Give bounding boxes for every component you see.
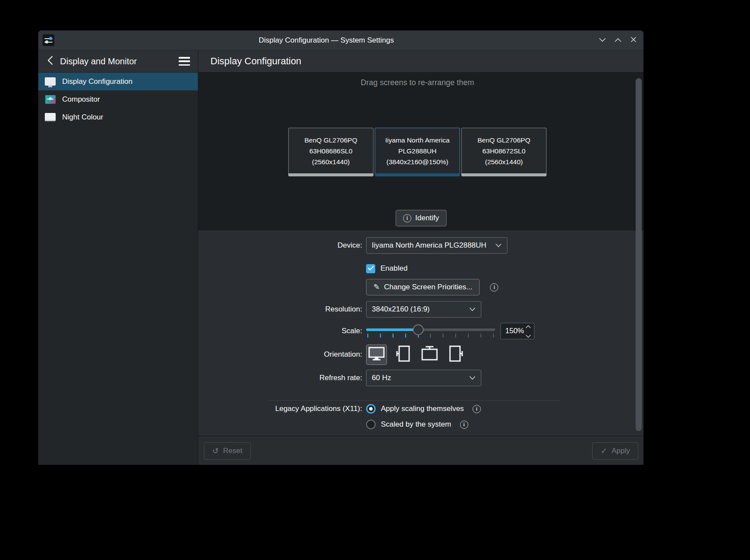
- system-settings-window: Display Configuration — System Settings: [38, 30, 643, 465]
- scale-spinbox[interactable]: 150%: [500, 323, 534, 339]
- hamburger-menu-icon[interactable]: [179, 57, 190, 66]
- screen-name: BenQ GL2706PQ: [289, 135, 373, 146]
- screen-serial: 63H08672SL0: [462, 146, 546, 156]
- screen-stand-bar: [375, 173, 460, 176]
- desktop: Display Configuration — System Settings: [0, 0, 750, 560]
- orientation-landscape-flipped-button[interactable]: [419, 345, 440, 365]
- compositor-icon: [44, 95, 56, 104]
- orientation-landscape-icon: [368, 346, 385, 363]
- page-title: Display Configuration: [198, 50, 643, 72]
- device-label: Device:: [198, 241, 362, 250]
- undo-icon: ↺: [212, 446, 219, 456]
- scale-ticks: [367, 334, 494, 338]
- vertical-scrollbar[interactable]: [636, 78, 642, 431]
- apply-scaling-themselves-radio[interactable]: [366, 404, 376, 414]
- screen-stand-bar: [288, 173, 373, 176]
- screen-name: Iiyama North America: [375, 135, 460, 146]
- resolution-label: Resolution:: [198, 305, 362, 314]
- scale-slider[interactable]: [366, 322, 495, 340]
- orientation-portrait-right-button[interactable]: [446, 345, 467, 365]
- scale-slider-fill: [366, 328, 418, 331]
- maximize-button[interactable]: [614, 36, 622, 44]
- chevron-up-icon: [614, 36, 622, 44]
- screen-arrangement-area: Drag screens to re-arrange them BenQ GL2…: [198, 73, 643, 230]
- identify-label: Identify: [415, 214, 439, 222]
- scale-slider-handle[interactable]: [413, 325, 424, 335]
- screen-serial: 63H08686SL0: [289, 146, 373, 156]
- enabled-checkbox[interactable]: [366, 264, 375, 273]
- sidebar-item-night-colour[interactable]: Night Colour: [38, 108, 198, 126]
- apply-button[interactable]: ✓ Apply: [592, 442, 638, 460]
- scaled-by-system-radio[interactable]: [366, 420, 376, 429]
- night-colour-icon: [44, 113, 56, 122]
- section-divider: [268, 400, 560, 401]
- info-icon[interactable]: i: [473, 405, 481, 413]
- check-icon: ✓: [600, 446, 607, 456]
- sidebar-item-compositor[interactable]: Compositor: [38, 90, 198, 108]
- chevron-down-icon: [469, 305, 476, 314]
- screen-serial: PLG2888UH: [375, 146, 460, 156]
- device-dropdown[interactable]: Iiyama North America PLG2888UH: [366, 237, 507, 254]
- sidebar-header: Display and Monitor: [38, 50, 198, 72]
- screen-card-iiyama[interactable]: Iiyama North America PLG2888UH (3840x216…: [375, 128, 460, 176]
- device-value: Iiyama North America PLG2888UH: [372, 241, 491, 250]
- screen-stand-bar: [461, 173, 547, 176]
- sidebar-item-label: Compositor: [62, 95, 100, 104]
- radio-label: Apply scaling themselves: [381, 404, 464, 413]
- info-icon[interactable]: i: [460, 421, 468, 429]
- change-screen-priorities-button[interactable]: ✎ Change Screen Priorities...: [366, 279, 480, 295]
- orientation-portrait-left-icon: [396, 345, 410, 364]
- refresh-rate-value: 60 Hz: [372, 374, 465, 382]
- screen-name: BenQ GL2706PQ: [462, 135, 546, 146]
- close-button[interactable]: [630, 36, 637, 44]
- minimize-button[interactable]: [598, 36, 606, 44]
- footer-bar: ↺ Reset ✓ Apply: [198, 436, 643, 465]
- orientation-landscape-flipped-icon: [420, 346, 439, 363]
- content-pane: Drag screens to re-arrange them BenQ GL2…: [198, 73, 643, 465]
- close-icon: [630, 36, 637, 44]
- refresh-rate-label: Refresh rate:: [198, 374, 362, 382]
- screen-resolution: (3840x2160@150%): [375, 156, 460, 167]
- reset-label: Reset: [223, 447, 242, 455]
- orientation-portrait-left-button[interactable]: [393, 345, 413, 365]
- display-settings-form: Device: Iiyama North America PLG2888UH: [198, 230, 643, 436]
- resolution-value: 3840x2160 (16:9): [372, 305, 465, 314]
- sidebar-item-display-configuration[interactable]: Display Configuration: [38, 73, 198, 90]
- screen-resolution: (2560x1440): [289, 156, 373, 167]
- apply-label: Apply: [611, 447, 630, 455]
- spinbox-down-icon[interactable]: [525, 331, 531, 340]
- orientation-label: Orientation:: [198, 350, 362, 359]
- resolution-dropdown[interactable]: 3840x2160 (16:9): [366, 301, 481, 318]
- enabled-label: Enabled: [380, 264, 407, 273]
- chevron-left-icon: [47, 56, 53, 67]
- priorities-label: Change Screen Priorities...: [384, 283, 472, 292]
- info-icon: i: [403, 214, 411, 222]
- window-title: Display Configuration — System Settings: [54, 36, 598, 45]
- chevron-down-icon: [599, 36, 606, 44]
- legacy-apps-label: Legacy Applications (X11):: [198, 404, 362, 413]
- scale-value: 150%: [505, 327, 525, 335]
- reset-button[interactable]: ↺ Reset: [204, 442, 251, 460]
- titlebar[interactable]: Display Configuration — System Settings: [38, 30, 643, 50]
- screen-card-benq-2[interactable]: BenQ GL2706PQ 63H08672SL0 (2560x1440): [461, 128, 547, 176]
- sidebar-item-label: Night Colour: [62, 113, 103, 122]
- screen-card-benq-1[interactable]: BenQ GL2706PQ 63H08686SL0 (2560x1440): [288, 128, 373, 176]
- radio-label: Scaled by the system: [381, 420, 451, 429]
- orientation-portrait-right-icon: [449, 345, 463, 364]
- info-icon[interactable]: i: [490, 283, 498, 292]
- orientation-landscape-button[interactable]: [366, 345, 387, 365]
- chevron-down-icon: [495, 241, 502, 250]
- chevron-down-icon: [469, 374, 476, 382]
- monitor-icon: [44, 77, 56, 86]
- refresh-rate-dropdown[interactable]: 60 Hz: [366, 370, 481, 386]
- check-icon: [368, 265, 374, 272]
- spinbox-up-icon[interactable]: [525, 322, 531, 331]
- drag-hint-text: Drag screens to re-arrange them: [198, 78, 637, 87]
- screen-resolution: (2560x1440): [462, 156, 546, 167]
- sidebar: Display Configuration Compositor Night C…: [38, 73, 198, 465]
- identify-button[interactable]: i Identify: [396, 210, 447, 226]
- back-button[interactable]: [44, 56, 56, 67]
- sidebar-title: Display and Monitor: [60, 56, 179, 66]
- sidebar-item-label: Display Configuration: [62, 77, 133, 86]
- app-icon: [43, 34, 54, 46]
